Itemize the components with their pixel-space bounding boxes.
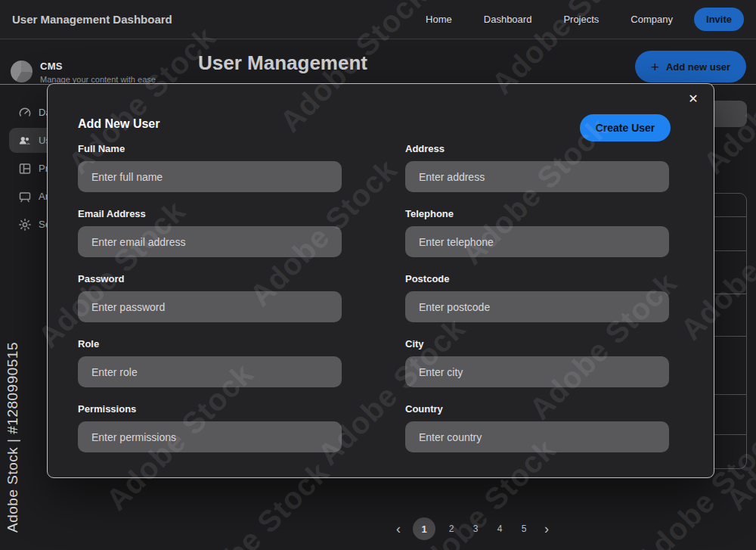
page-button-1[interactable]: 1 bbox=[413, 517, 435, 540]
chevron-left-icon[interactable]: ‹ bbox=[392, 521, 405, 537]
users-icon bbox=[18, 134, 32, 148]
brand-name: CMS bbox=[40, 61, 156, 72]
country-input[interactable] bbox=[405, 421, 669, 452]
create-user-button[interactable]: Create User bbox=[580, 114, 671, 141]
brand-avatar bbox=[11, 61, 33, 82]
invite-button[interactable]: Invite bbox=[694, 8, 744, 31]
app-title: User Management Dashboard bbox=[12, 13, 172, 26]
add-new-user-button[interactable]: + Add new user bbox=[635, 51, 746, 82]
field-email: Email Address bbox=[78, 208, 342, 257]
email-input[interactable] bbox=[78, 226, 342, 257]
nav-link-projects[interactable]: Projects bbox=[563, 14, 599, 25]
form-column-left: Full Name Email Address Password Role Pe… bbox=[78, 143, 342, 468]
gauge-icon bbox=[18, 106, 32, 120]
field-label: Permissions bbox=[78, 403, 342, 415]
chevron-right-icon[interactable]: › bbox=[540, 521, 553, 537]
form-column-right: Address Telephone Postcode City Country bbox=[405, 143, 669, 468]
add-new-user-label: Add new user bbox=[666, 61, 730, 73]
page-button-2[interactable]: 2 bbox=[443, 520, 460, 537]
top-navbar: User Management Dashboard Home Dashboard… bbox=[0, 0, 756, 39]
field-full-name: Full Name bbox=[78, 143, 342, 192]
field-password: Password bbox=[78, 273, 342, 322]
presentation-board-icon bbox=[18, 190, 32, 204]
city-input[interactable] bbox=[405, 356, 669, 387]
add-new-user-modal: ✕ Add New User Create User Full Name Ema… bbox=[47, 83, 714, 478]
pagination: ‹ 1 2 3 4 5 › bbox=[392, 517, 553, 541]
postcode-input[interactable] bbox=[405, 291, 669, 322]
page-title: User Management bbox=[198, 51, 367, 75]
close-icon[interactable]: ✕ bbox=[683, 89, 703, 108]
address-input[interactable] bbox=[405, 161, 669, 192]
field-label: Role bbox=[78, 338, 342, 350]
nav-link-company[interactable]: Company bbox=[631, 14, 673, 25]
password-input[interactable] bbox=[78, 291, 342, 322]
field-country: Country bbox=[405, 403, 669, 452]
brand-row: CMS Manage your content with ease bbox=[11, 61, 156, 84]
modal-title: Add New User bbox=[78, 117, 160, 131]
field-label: Full Name bbox=[78, 143, 342, 154]
gear-icon bbox=[18, 218, 32, 231]
grid-icon bbox=[18, 162, 32, 176]
page-button-5[interactable]: 5 bbox=[516, 520, 532, 537]
nav-links: Home Dashboard Projects Company bbox=[426, 14, 673, 25]
field-label: City bbox=[405, 338, 669, 350]
field-label: Postcode bbox=[405, 273, 669, 284]
permissions-input[interactable] bbox=[78, 421, 342, 452]
page-button-4[interactable]: 4 bbox=[491, 520, 508, 537]
field-label: Password bbox=[78, 273, 342, 284]
field-address: Address bbox=[405, 143, 669, 192]
field-label: Address bbox=[405, 143, 669, 154]
field-label: Telephone bbox=[405, 208, 669, 219]
role-input[interactable] bbox=[78, 356, 342, 387]
full-name-input[interactable] bbox=[78, 161, 342, 192]
nav-link-dashboard[interactable]: Dashboard bbox=[484, 14, 532, 25]
nav-link-home[interactable]: Home bbox=[426, 14, 452, 25]
plus-icon: + bbox=[651, 60, 659, 74]
app-root: User Management Dashboard Home Dashboard… bbox=[0, 0, 756, 550]
field-telephone: Telephone bbox=[405, 208, 669, 257]
field-role: Role bbox=[78, 338, 342, 387]
page-button-3[interactable]: 3 bbox=[467, 520, 484, 537]
telephone-input[interactable] bbox=[405, 226, 669, 257]
field-label: Email Address bbox=[78, 208, 342, 219]
field-label: Country bbox=[405, 403, 669, 415]
field-city: City bbox=[405, 338, 669, 387]
field-permissions: Permissions bbox=[78, 403, 342, 452]
field-postcode: Postcode bbox=[405, 273, 669, 322]
